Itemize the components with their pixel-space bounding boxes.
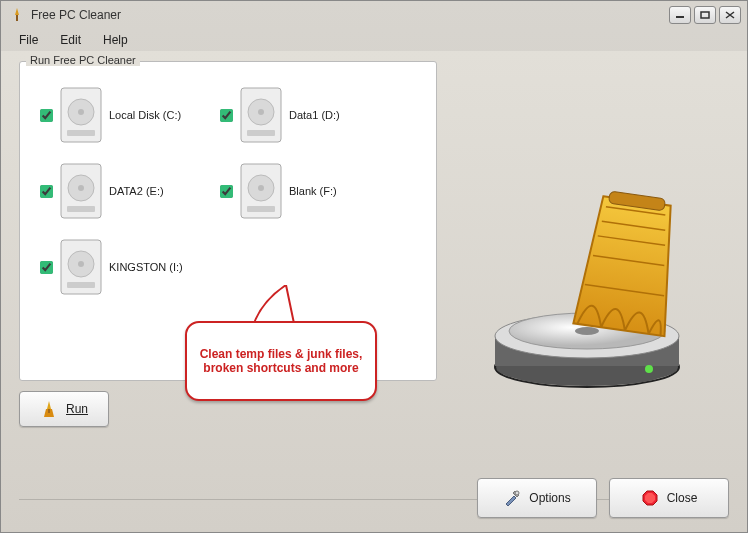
close-button[interactable]: Close (609, 478, 729, 518)
svg-point-5 (78, 109, 84, 115)
window-title: Free PC Cleaner (31, 8, 669, 22)
drive-item: Local Disk (C:) (40, 86, 220, 144)
svg-point-13 (78, 185, 84, 191)
hdd-icon (239, 162, 283, 220)
hdd-icon (239, 86, 283, 144)
svg-rect-23 (48, 409, 49, 413)
drive-checkbox[interactable] (220, 185, 233, 198)
svg-rect-22 (67, 282, 95, 288)
svg-rect-18 (247, 206, 275, 212)
drive-label: DATA2 (E:) (109, 185, 164, 197)
drive-label: Local Disk (C:) (109, 109, 181, 121)
svg-rect-1 (676, 16, 684, 18)
run-button[interactable]: Run (19, 391, 109, 427)
callout-bubble: Clean temp files & junk files, broken sh… (185, 321, 377, 401)
close-window-button[interactable] (719, 6, 741, 24)
groupbox-legend: Run Free PC Cleaner (26, 54, 140, 66)
drive-checkbox[interactable] (40, 185, 53, 198)
menu-help[interactable]: Help (93, 31, 138, 49)
client-area: Run Free PC Cleaner Local Disk (C:) (1, 51, 747, 532)
drive-label: Data1 (D:) (289, 109, 340, 121)
svg-rect-6 (67, 130, 95, 136)
svg-point-9 (258, 109, 264, 115)
stop-icon (641, 489, 659, 507)
drive-checkbox[interactable] (40, 261, 53, 274)
drive-list: Local Disk (C:) Data1 (D:) DATA2 ( (40, 86, 400, 296)
drive-checkbox[interactable] (220, 109, 233, 122)
app-icon (9, 7, 25, 23)
window-controls (669, 6, 741, 24)
menubar: File Edit Help (1, 29, 747, 51)
menu-edit[interactable]: Edit (50, 31, 91, 49)
minimize-button[interactable] (669, 6, 691, 24)
bottom-buttons: Options Close (477, 478, 729, 518)
svg-point-17 (258, 185, 264, 191)
svg-point-29 (575, 327, 599, 335)
svg-point-32 (515, 491, 519, 495)
hdd-icon (59, 238, 103, 296)
menu-file[interactable]: File (9, 31, 48, 49)
app-window: Free PC Cleaner File Edit Help Run Free … (0, 0, 748, 533)
close-button-label: Close (667, 491, 698, 505)
drive-label: Blank (F:) (289, 185, 337, 197)
drive-item: Blank (F:) (220, 162, 400, 220)
run-button-label: Run (66, 402, 88, 416)
svg-point-30 (645, 365, 653, 373)
options-button-label: Options (529, 491, 570, 505)
titlebar: Free PC Cleaner (1, 1, 747, 29)
drive-label: KINGSTON (I:) (109, 261, 183, 273)
svg-rect-0 (16, 15, 18, 21)
tools-icon (503, 489, 521, 507)
svg-marker-34 (645, 493, 655, 503)
svg-point-21 (78, 261, 84, 267)
hdd-icon (59, 162, 103, 220)
options-button[interactable]: Options (477, 478, 597, 518)
svg-rect-10 (247, 130, 275, 136)
svg-rect-2 (701, 12, 709, 18)
hero-illustration (487, 171, 717, 401)
callout-text: Clean temp files & junk files, broken sh… (197, 347, 365, 376)
maximize-button[interactable] (694, 6, 716, 24)
drive-item: KINGSTON (I:) (40, 238, 220, 296)
hdd-icon (59, 86, 103, 144)
svg-rect-14 (67, 206, 95, 212)
drive-item: DATA2 (E:) (40, 162, 220, 220)
drive-item: Data1 (D:) (220, 86, 400, 144)
broom-icon (40, 400, 58, 418)
drive-checkbox[interactable] (40, 109, 53, 122)
